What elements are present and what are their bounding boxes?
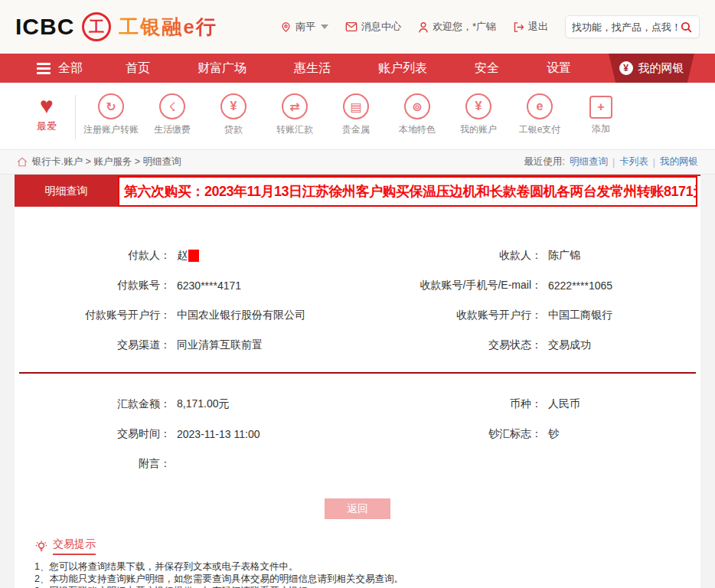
payer-bank-label: 付款账号开户行： [15,309,177,322]
payer-account-value: 6230****4171 [177,279,368,292]
status-value: 交易成功 [548,338,700,352]
favorite-shortcut[interactable]: ♥ 最爱 [21,93,72,133]
tip-item-2: 2、本功能只支持查询账户明细，如您需要查询具体交易的明细信息请到相关交易查询。 [34,573,700,586]
main-content: 明细查询 第六次购买：2023年11月13日江苏徐州客户购买保温压边机和长款卷圆… [0,175,715,588]
recent-link-detail-query[interactable]: 明细查询 [570,155,608,168]
welcome-user[interactable]: 欢迎您，*广锦 [418,20,496,34]
back-button[interactable]: 返回 [325,498,390,519]
payer-label: 付款人： [15,249,177,263]
shortcut-local-feature[interactable]: ⊚ 本地特色 [390,93,445,135]
transaction-tips: 交易提示 1、您可以将查询结果下载，并保存到文本或电子表格文件中。 2、本功能只… [34,537,700,588]
shortcut-register-transfer[interactable]: ↻ 注册账户转账 [83,93,139,135]
search-input[interactable] [572,21,680,33]
form-row-time: 交易时间： 2023-11-13 11:00 钞汇标志： 钞 [15,419,700,449]
hamburger-menu-icon [37,63,51,74]
form-row-memo: 附言： [15,449,700,479]
form-row-payer: 付款人： 赵 收款人： 陈广锦 [15,240,700,270]
location-pin-icon [280,21,292,33]
nav-my-ebank[interactable]: ¥ 我的网银 [602,54,701,83]
vertical-divider [75,95,76,139]
logout-icon [513,21,524,33]
nav-item-security[interactable]: 安全 [475,60,499,77]
form-row-amount: 汇款金额： 8,171.00元 币种： 人民币 [15,389,700,419]
amount-label: 汇款金额： [15,397,177,411]
channel-label: 交易渠道： [15,338,177,352]
favorite-label: 最爱 [37,119,57,133]
envelope-icon [345,21,358,32]
form-row-bank: 付款账号开户行： 中国农业银行股份有限公司 收款账号开户行： 中国工商银行 [15,300,700,330]
redaction-block [188,250,199,262]
shortcut-add[interactable]: + 添加 [573,93,628,134]
recent-link-card-list[interactable]: 卡列表 [619,155,648,168]
tips-title: 交易提示 [53,537,96,555]
brand-logo: ICBC 工 工银融e行 [15,12,217,41]
chevron-down-icon [321,24,328,29]
icbc-emblem-icon: 工 [82,12,111,41]
location-label: 南平 [295,20,315,34]
message-center-link[interactable]: 消息中心 [345,20,401,34]
form-row-account: 付款账号： 6230****4171 收款账号/手机号/E-mail： 6222… [15,270,700,300]
add-icon: + [589,96,612,119]
currency-label: 币种： [368,397,548,411]
time-value: 2023-11-13 11:00 [177,428,368,440]
my-ebank-label: 我的网银 [638,61,684,76]
nav-item-life[interactable]: 惠生活 [294,60,331,77]
icbc-logo-text: ICBC [15,14,74,40]
nav-item-home[interactable]: 首页 [126,60,150,77]
detail-panel: 明细查询 第六次购买：2023年11月13日江苏徐州客户购买保温压边机和长款卷圆… [15,175,700,588]
transfer-remit-icon: ⇄ [282,93,308,119]
search-icon[interactable] [680,21,693,34]
amount-value: 8,171.00元 [177,397,368,411]
precious-metal-icon: ▤ [343,93,369,119]
nav-item-wealth[interactable]: 财富广场 [198,60,246,77]
shortcut-transfer-remit[interactable]: ⇄ 转账汇款 [267,93,322,135]
payee-account-value: 6222****1065 [548,279,700,292]
location-selector[interactable]: 南平 [280,20,328,34]
payee-bank-value: 中国工商银行 [548,309,700,322]
payer-bank-value: 中国农业银行股份有限公司 [177,309,368,322]
payer-value: 赵 [177,249,368,263]
tab-detail-query[interactable]: 明细查询 [15,176,118,207]
transaction-detail-form: 付款人： 赵 收款人： 陈广锦 付款账号： 6230****4171 收款账号/… [15,240,700,479]
breadcrumb-bar: 银行卡.账户 > 账户服务 > 明细查询 最近使用: 明细查询 | 卡列表 | … [0,149,715,175]
recent-used-label: 最近使用: [524,155,565,168]
search-box[interactable] [565,15,700,38]
logout-button[interactable]: 退出 [513,20,548,34]
message-center-label: 消息中心 [361,20,401,34]
shortcut-loan[interactable]: ¥ 贷款 [206,93,261,135]
money-bag-icon: ¥ [619,61,633,75]
payee-value: 陈广锦 [548,249,700,263]
channel-value: 同业清算互联前置 [177,338,368,352]
tip-item-1: 1、您可以将查询结果下载，并保存到文本或电子表格文件中。 [34,561,700,573]
register-transfer-icon: ↻ [98,93,124,119]
payee-label: 收款人： [368,249,548,263]
lightbulb-icon [34,540,48,554]
user-icon [418,21,429,33]
transaction-note-banner: 第六次购买：2023年11月13日江苏徐州客户购买保温压边机和长款卷圆机各两台发… [118,176,697,207]
main-nav: 全部 首页 财富广场 惠生活 账户列表 安全 设置 ¥ 我的网银 [0,54,715,83]
epay-icon: e [527,93,553,119]
heart-icon: ♥ [40,93,54,118]
breadcrumb: 银行卡.账户 > 账户服务 > 明细查询 [32,155,181,168]
home-icon [17,157,28,167]
nav-all-label: 全部 [58,60,83,77]
quick-access-row: ♥ 最爱 ↻ 注册账户转账 ☇ 生活缴费 ¥ 贷款 ⇄ 转账汇款 ▤ 贵金属 ⊚… [0,83,715,149]
status-label: 交易状态： [368,338,548,352]
shortcut-epay[interactable]: e 工银e支付 [512,93,567,135]
cash-flag-value: 钞 [548,427,700,441]
shortcut-precious-metal[interactable]: ▤ 贵金属 [328,93,384,135]
nav-item-all[interactable]: 全部 [37,60,83,77]
section-divider [19,372,696,374]
top-header: ICBC 工 工银融e行 南平 消息中心 欢迎您，*广锦 退出 [0,0,715,54]
payee-account-label: 收款账号/手机号/E-mail： [368,279,548,292]
payee-bank-label: 收款账号开户行： [368,309,548,322]
payer-account-label: 付款账号： [15,279,177,292]
welcome-label: 欢迎您，*广锦 [433,20,496,34]
cash-flag-label: 钞汇标志： [368,427,548,441]
nav-item-settings[interactable]: 设置 [547,60,571,77]
shortcut-my-account[interactable]: ¥ 我的账户 [451,93,506,135]
shortcut-utility-payment[interactable]: ☇ 生活缴费 [145,93,200,135]
logout-label: 退出 [528,20,548,34]
recent-link-my-ebank[interactable]: 我的网银 [660,155,698,168]
nav-item-accounts[interactable]: 账户列表 [378,60,427,77]
